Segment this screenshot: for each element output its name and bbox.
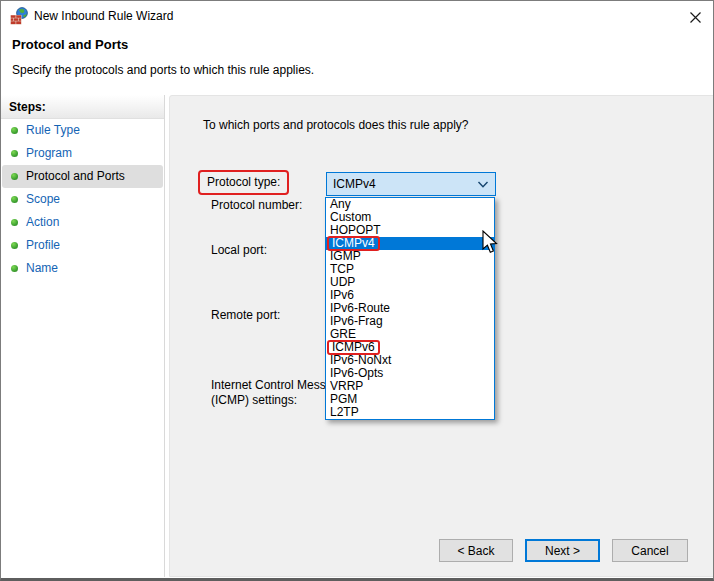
step-bullet-icon [11, 173, 18, 180]
protocol-type-combobox[interactable]: ICMPv4 [326, 172, 496, 196]
question-text: To which ports and protocols does this r… [203, 118, 468, 132]
dropdown-item-icmpv4[interactable]: ICMPv4 [326, 237, 494, 250]
page-subtitle: Specify the protocols and ports to which… [12, 63, 314, 77]
back-button[interactable]: < Back [439, 539, 513, 562]
steps-sidebar: Steps: Rule TypeProgramProtocol and Port… [1, 95, 165, 577]
chevron-down-icon [477, 181, 489, 189]
mouse-cursor-icon [482, 230, 499, 254]
sidebar-step-scope[interactable]: Scope [2, 188, 163, 211]
sidebar-step-protocol-and-ports[interactable]: Protocol and Ports [2, 165, 163, 188]
firewall-icon [10, 7, 28, 25]
step-bullet-icon [11, 219, 18, 226]
step-bullet-icon [11, 127, 18, 134]
next-button[interactable]: Next > [525, 539, 600, 562]
title-bar: New Inbound Rule Wizard [1, 1, 713, 31]
page-title: Protocol and Ports [12, 37, 128, 52]
window-title: New Inbound Rule Wizard [34, 9, 173, 23]
sidebar-step-profile[interactable]: Profile [2, 234, 163, 257]
dropdown-item-l2tp[interactable]: L2TP [326, 406, 494, 419]
step-label: Action [26, 215, 59, 229]
local-port-label: Local port: [211, 243, 267, 257]
cancel-button[interactable]: Cancel [612, 539, 688, 562]
protocol-dropdown-list: AnyCustomHOPOPTICMPv4IGMPTCPUDPIPv6IPv6-… [325, 197, 495, 420]
dropdown-item-icmpv6[interactable]: ICMPv6 [326, 341, 494, 354]
step-label: Name [26, 261, 58, 275]
protocol-type-annotation: Protocol type: [198, 170, 289, 195]
close-icon [689, 11, 702, 24]
protocol-number-label: Protocol number: [211, 198, 302, 212]
sidebar-step-action[interactable]: Action [2, 211, 163, 234]
steps-list: Rule TypeProgramProtocol and PortsScopeA… [1, 119, 164, 280]
sidebar-step-name[interactable]: Name [2, 257, 163, 280]
remote-port-label: Remote port: [211, 308, 280, 322]
step-label: Rule Type [26, 123, 80, 137]
step-label: Program [26, 146, 72, 160]
step-bullet-icon [11, 196, 18, 203]
step-bullet-icon [11, 242, 18, 249]
icmp-settings-label-line2: (ICMP) settings: [211, 393, 297, 407]
step-bullet-icon [11, 150, 18, 157]
red-annotation-box: ICMPv6 [327, 340, 380, 355]
combobox-value: ICMPv4 [333, 177, 376, 191]
red-annotation-box: ICMPv4 [327, 236, 380, 251]
sidebar-step-rule-type[interactable]: Rule Type [2, 119, 163, 142]
wizard-window: New Inbound Rule Wizard Protocol and Por… [0, 0, 714, 581]
sidebar-step-program[interactable]: Program [2, 142, 163, 165]
close-button[interactable] [683, 6, 707, 28]
steps-heading: Steps: [1, 95, 164, 119]
protocol-type-label: Protocol type: [207, 175, 280, 189]
step-label: Protocol and Ports [26, 169, 125, 183]
step-label: Scope [26, 192, 60, 206]
step-label: Profile [26, 238, 60, 252]
step-bullet-icon [11, 265, 18, 272]
